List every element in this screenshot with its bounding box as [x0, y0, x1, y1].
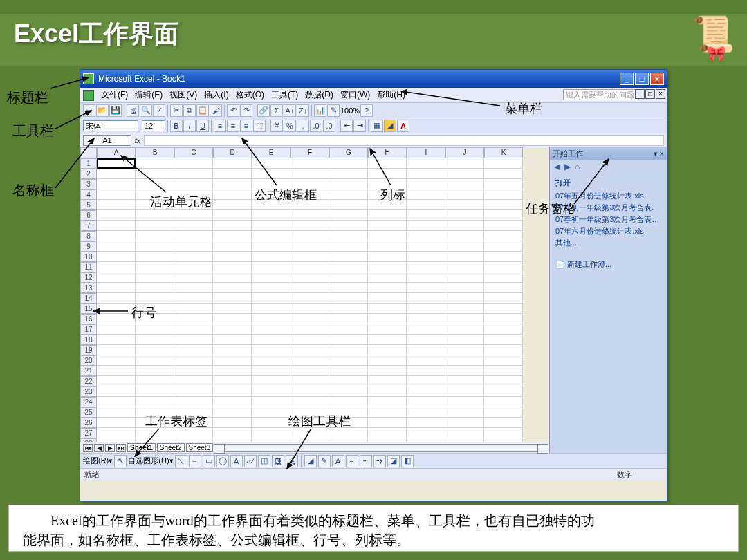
cell[interactable]: [174, 169, 213, 179]
cell[interactable]: [252, 407, 290, 418]
indent-inc-icon[interactable]: ⇥: [353, 120, 366, 132]
grid-row[interactable]: 13: [80, 283, 549, 293]
cell[interactable]: [484, 189, 523, 200]
col-I[interactable]: I: [407, 147, 445, 158]
cell[interactable]: [368, 283, 407, 293]
cell[interactable]: [174, 293, 213, 304]
cell[interactable]: [213, 158, 252, 169]
cell[interactable]: [445, 345, 484, 355]
cell[interactable]: [213, 304, 252, 314]
cell[interactable]: [445, 428, 484, 438]
cell[interactable]: [445, 355, 484, 366]
cell[interactable]: [329, 304, 368, 314]
grid-row[interactable]: 21: [80, 366, 549, 376]
cell[interactable]: [174, 324, 213, 335]
col-D[interactable]: D: [213, 147, 252, 158]
cell[interactable]: [136, 169, 174, 179]
align-left-icon[interactable]: ≡: [214, 120, 226, 132]
task-pane-nav[interactable]: ◀ ▶ ⌂: [550, 160, 667, 174]
cell[interactable]: [368, 366, 407, 376]
cell[interactable]: [97, 355, 136, 366]
sort-desc-icon[interactable]: Z↓: [297, 104, 309, 117]
cell[interactable]: [484, 169, 523, 179]
row-header[interactable]: 14: [80, 293, 97, 304]
cell[interactable]: [213, 262, 252, 272]
cell[interactable]: [213, 335, 252, 345]
cell[interactable]: [484, 324, 523, 335]
cell[interactable]: [252, 428, 290, 438]
cell[interactable]: [407, 397, 445, 407]
line-color-icon[interactable]: ✎: [318, 455, 331, 467]
cell[interactable]: [213, 428, 252, 438]
cell[interactable]: [97, 345, 136, 355]
cell[interactable]: [407, 231, 445, 241]
cell[interactable]: [174, 335, 213, 345]
cell[interactable]: [97, 210, 136, 221]
fill-color-icon[interactable]: ◢: [384, 120, 396, 132]
window-minimize-button[interactable]: _: [620, 73, 634, 85]
cell[interactable]: [407, 293, 445, 304]
cell[interactable]: [407, 252, 445, 262]
cell[interactable]: [213, 407, 252, 418]
cell[interactable]: [290, 262, 329, 272]
cell[interactable]: [445, 200, 484, 210]
cell[interactable]: [213, 386, 252, 397]
currency-icon[interactable]: ￥: [270, 120, 283, 132]
cell[interactable]: [368, 293, 407, 304]
cell[interactable]: [97, 221, 136, 231]
cell[interactable]: [407, 418, 445, 428]
cell[interactable]: [368, 231, 407, 241]
cell[interactable]: [445, 241, 484, 252]
doc-restore-button[interactable]: □: [645, 89, 655, 99]
cell[interactable]: [407, 221, 445, 231]
cell[interactable]: [329, 397, 368, 407]
menu-file[interactable]: 文件(F): [98, 89, 131, 101]
cell[interactable]: [445, 324, 484, 335]
cell[interactable]: [329, 335, 368, 345]
menu-data[interactable]: 数据(D): [302, 89, 336, 101]
cell[interactable]: [445, 397, 484, 407]
cell[interactable]: [290, 324, 329, 335]
cell[interactable]: [368, 335, 407, 345]
cell[interactable]: [407, 324, 445, 335]
draw-menu[interactable]: 绘图(R)▾: [83, 456, 113, 466]
tp-recent-item[interactable]: 其他...: [555, 238, 661, 248]
task-pane-header[interactable]: 开始工作 ▾ ×: [550, 147, 667, 160]
menu-window[interactable]: 窗口(W): [338, 89, 373, 101]
cell[interactable]: [329, 428, 368, 438]
cell[interactable]: [136, 397, 174, 407]
cell[interactable]: [290, 428, 329, 438]
cell[interactable]: [329, 272, 368, 283]
grid-row[interactable]: 6: [80, 210, 549, 221]
cell[interactable]: [368, 241, 407, 252]
cell[interactable]: [136, 335, 174, 345]
cell[interactable]: [174, 210, 213, 221]
cell[interactable]: [484, 397, 523, 407]
cell[interactable]: [97, 386, 136, 397]
grid-row[interactable]: 9: [80, 241, 549, 252]
cell[interactable]: [484, 179, 523, 189]
tp-new-workbook[interactable]: 📄 新建工作簿...: [555, 259, 661, 270]
cell[interactable]: [97, 407, 136, 418]
painter-icon[interactable]: 🖌: [210, 104, 222, 117]
dash-style-icon[interactable]: ┅: [360, 455, 372, 467]
cell[interactable]: [484, 366, 523, 376]
cell[interactable]: [290, 314, 329, 324]
cell[interactable]: [484, 418, 523, 428]
cell[interactable]: [136, 366, 174, 376]
grid-row[interactable]: 19: [80, 345, 549, 355]
line-style-icon[interactable]: ≡: [346, 455, 358, 467]
cell[interactable]: [484, 407, 523, 418]
row-header[interactable]: 7: [80, 221, 97, 231]
cell[interactable]: [97, 179, 136, 189]
formatting-toolbar[interactable]: 宋体 12 B I U ≡ ≡ ≡ ⬚ ￥ % , .0 .0 ⇤ ⇥ ▦ ◢ …: [80, 118, 667, 133]
cell[interactable]: [97, 304, 136, 314]
cell[interactable]: [445, 252, 484, 262]
cell[interactable]: [97, 335, 136, 345]
cell[interactable]: [484, 231, 523, 241]
wordart-icon[interactable]: 𝒜: [244, 455, 257, 467]
cell[interactable]: [329, 189, 368, 200]
cell[interactable]: [329, 158, 368, 169]
cell[interactable]: [97, 314, 136, 324]
cell[interactable]: [97, 252, 136, 262]
